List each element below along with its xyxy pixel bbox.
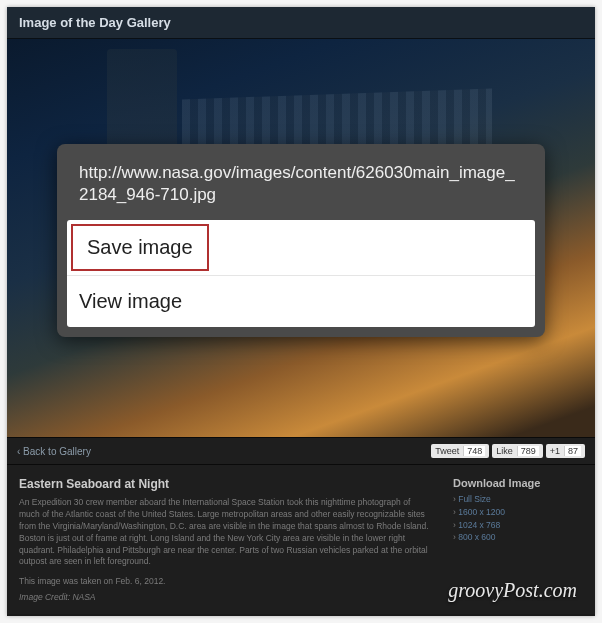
- app-frame: Image of the Day Gallery Back to Gallery…: [7, 7, 595, 616]
- tweet-label: Tweet: [435, 446, 459, 456]
- download-size-link[interactable]: 1600 x 1200: [453, 506, 583, 519]
- toolbar-row: Back to Gallery Tweet 748 Like 789 +1 87: [7, 437, 595, 465]
- download-size-link[interactable]: Full Size: [453, 493, 583, 506]
- plus-one-button[interactable]: +1 87: [546, 444, 585, 458]
- plus-count: 87: [564, 446, 581, 456]
- like-button[interactable]: Like 789: [492, 444, 543, 458]
- download-panel: Download Image Full Size 1600 x 1200 102…: [453, 477, 583, 602]
- like-label: Like: [496, 446, 513, 456]
- download-title: Download Image: [453, 477, 583, 489]
- context-menu: http://www.nasa.gov/images/content/62603…: [57, 144, 545, 337]
- tweet-count: 748: [463, 446, 485, 456]
- back-to-gallery-link[interactable]: Back to Gallery: [17, 446, 91, 457]
- tweet-button[interactable]: Tweet 748: [431, 444, 489, 458]
- social-buttons: Tweet 748 Like 789 +1 87: [431, 444, 585, 458]
- image-date: This image was taken on Feb. 6, 2012.: [19, 576, 433, 586]
- download-size-link[interactable]: 1024 x 768: [453, 519, 583, 532]
- like-count: 789: [517, 446, 539, 456]
- image-description: An Expedition 30 crew member aboard the …: [19, 497, 433, 568]
- download-size-link[interactable]: 800 x 600: [453, 531, 583, 544]
- details-panel: Eastern Seaboard at Night An Expedition …: [7, 465, 595, 614]
- image-credit: Image Credit: NASA: [19, 592, 433, 602]
- page-title: Image of the Day Gallery: [19, 15, 583, 30]
- save-image-item[interactable]: Save image: [71, 224, 209, 271]
- context-menu-url: http://www.nasa.gov/images/content/62603…: [67, 162, 535, 220]
- menu-row: Save image: [67, 220, 535, 276]
- page-header: Image of the Day Gallery: [7, 7, 595, 39]
- context-menu-list: Save image View image: [67, 220, 535, 327]
- download-size-list: Full Size 1600 x 1200 1024 x 768 800 x 6…: [453, 493, 583, 544]
- image-title: Eastern Seaboard at Night: [19, 477, 433, 491]
- view-image-item[interactable]: View image: [67, 276, 535, 327]
- details-main: Eastern Seaboard at Night An Expedition …: [19, 477, 433, 602]
- plus-label: +1: [550, 446, 560, 456]
